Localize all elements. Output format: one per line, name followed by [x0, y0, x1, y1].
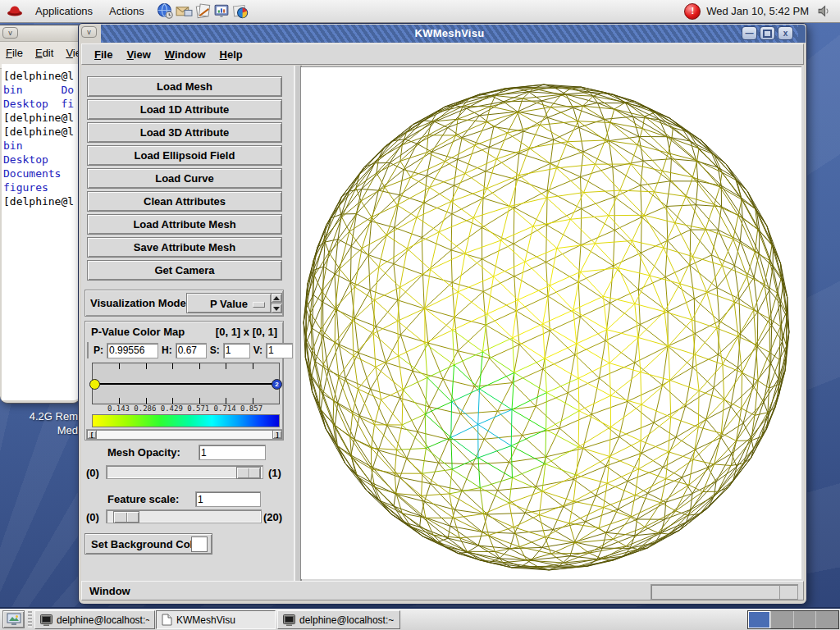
- scrollbar-left-handle[interactable]: [: [87, 430, 97, 439]
- impress-icon[interactable]: [212, 2, 231, 21]
- colormap-frame: P-Value Color Map [0, 1] x [0, 1] P:H:S:…: [84, 321, 284, 441]
- visualization-mode-value: P Value: [210, 298, 248, 310]
- colormap-h-label: H:: [162, 345, 172, 356]
- terminal-output-line: [delphine@l: [3, 111, 80, 125]
- mode-spinner: [271, 293, 282, 313]
- taskbar-handle[interactable]: [28, 611, 32, 628]
- maximize-icon[interactable]: [760, 26, 775, 40]
- sphere-mesh[interactable]: [300, 66, 801, 579]
- taskbar-item-delphine-localhost[interactable]: delphine@localhost:~: [277, 610, 400, 629]
- terminal-output-line: bin Do: [3, 83, 80, 97]
- colormap-node-blue[interactable]: 2: [272, 379, 282, 390]
- colormap-range: [0, 1] x [0, 1]: [216, 326, 277, 338]
- load-ellipsoid-field-button[interactable]: Load Ellipsoid Field: [87, 145, 282, 166]
- app-menu-help[interactable]: Help: [220, 48, 243, 64]
- feature-scale-label: Feature scale:: [107, 493, 179, 505]
- app-menu-window[interactable]: Window: [165, 48, 206, 64]
- terminal-titlebar[interactable]: v: [0, 25, 80, 42]
- taskbar-item-label: delphine@localhost:~: [299, 614, 394, 626]
- titlebar-stripes: KWMeshVisu — x: [101, 25, 798, 43]
- colormap-tick-label: 0.143: [105, 404, 131, 413]
- load-3d-attribute-button[interactable]: Load 3D Attribute: [87, 122, 282, 143]
- colormap-node-yellow[interactable]: [89, 379, 100, 390]
- alert-notification-icon[interactable]: !: [684, 3, 701, 20]
- colormap-plot[interactable]: 2: [92, 363, 280, 404]
- taskbar-item-label: KWMeshVisu: [176, 614, 235, 626]
- terminal-output-line: Desktop fi: [3, 97, 80, 111]
- terminal-icon: [283, 614, 295, 626]
- mini-scrollbar[interactable]: [87, 342, 89, 358]
- feature-slider-handle[interactable]: [113, 511, 139, 523]
- document-icon: [162, 614, 172, 626]
- workspace-2[interactable]: [771, 611, 794, 628]
- load-curve-button[interactable]: Load Curve: [87, 168, 282, 189]
- feature-scale-slider[interactable]: [106, 509, 262, 523]
- app-menu-file[interactable]: File: [94, 48, 112, 64]
- email-icon[interactable]: [175, 2, 194, 21]
- desktop-icon-label: 4.2G Rem Med: [0, 409, 78, 437]
- writer-icon[interactable]: [194, 2, 212, 21]
- workspace-4[interactable]: [816, 611, 838, 628]
- save-attribute-mesh-button[interactable]: Save Attribute Mesh: [87, 237, 282, 258]
- scrollbar-right-handle[interactable]: ]: [272, 430, 282, 439]
- spin-down-icon[interactable]: [271, 304, 282, 313]
- load-1d-attribute-button[interactable]: Load 1D Attribute: [87, 99, 282, 120]
- background-color-swatch[interactable]: [191, 536, 208, 552]
- set-background-color-button[interactable]: Set Background Color: [84, 533, 212, 555]
- opacity-slider-handle[interactable]: [236, 467, 261, 479]
- app-statusbar: Window: [81, 581, 804, 600]
- colormap-fields-row: P:H:S:V:: [87, 341, 280, 359]
- colormap-range-scrollbar[interactable]: [ ]: [86, 429, 283, 440]
- spin-up-icon[interactable]: [271, 293, 282, 303]
- actions-menu[interactable]: Actions: [106, 2, 148, 21]
- app-content: Load MeshLoad 1D AttributeLoad 3D Attrib…: [81, 66, 804, 581]
- colormap-curve-line: [93, 383, 279, 385]
- window-shade-icon[interactable]: v: [2, 27, 18, 39]
- terminal-output[interactable]: [delphine@lbin DoDesktop fi[delphine@l[d…: [2, 64, 80, 400]
- terminal-window: v FileEditView [delphine@lbin DoDesktop …: [0, 25, 80, 404]
- visualization-mode-dropdown[interactable]: P Value: [186, 293, 272, 313]
- feature-scale-entry[interactable]: [195, 491, 261, 507]
- terminal-output-line: figures: [3, 180, 80, 194]
- set-background-color-label: Set Background Color: [91, 538, 203, 550]
- close-icon[interactable]: x: [778, 26, 793, 40]
- web-browser-icon[interactable]: [156, 2, 175, 21]
- show-desktop-icon[interactable]: [2, 610, 25, 628]
- workspace-3[interactable]: [794, 611, 817, 628]
- mesh-opacity-entry[interactable]: [199, 445, 266, 460]
- visualization-mode-label: Visualization Mode:: [90, 297, 189, 309]
- terminal-output-line: [delphine@l: [3, 125, 80, 139]
- colormap-v-entry[interactable]: [266, 343, 293, 358]
- window-title: KWMeshVisu: [101, 27, 798, 39]
- plot-tick-mark: [146, 363, 147, 369]
- colormap-title: P-Value Color Map: [91, 326, 185, 338]
- mesh-opacity-slider[interactable]: [106, 465, 263, 479]
- applications-menu[interactable]: Applications: [32, 2, 96, 21]
- taskbar-item-kwmeshvisu[interactable]: KWMeshVisu: [156, 610, 276, 629]
- opacity-max-label: (1): [268, 467, 281, 479]
- plot-tick-mark: [119, 363, 120, 369]
- titlebar-left-cap: v: [80, 25, 101, 43]
- get-camera-button[interactable]: Get Camera: [87, 260, 282, 281]
- workspace-switcher: [747, 610, 839, 629]
- minimize-icon[interactable]: —: [742, 26, 757, 40]
- app-menu-view[interactable]: View: [126, 48, 150, 64]
- clean-attributes-button[interactable]: Clean Attributes: [87, 191, 282, 212]
- panel-clock[interactable]: Wed Jan 10, 5:42 PM: [706, 5, 809, 17]
- colormap-p-entry[interactable]: [107, 343, 158, 358]
- window-shade-icon[interactable]: v: [81, 26, 97, 38]
- maximize-glyph: [763, 30, 772, 38]
- mesh-viewport[interactable]: [300, 66, 801, 579]
- calc-icon[interactable]: [231, 2, 250, 21]
- load-attribute-mesh-button[interactable]: Load Attribute Mesh: [87, 214, 282, 235]
- colormap-s-entry[interactable]: [223, 343, 250, 358]
- workspace-1[interactable]: [748, 611, 771, 628]
- redhat-menu-icon[interactable]: [5, 2, 24, 21]
- terminal-output-line: [delphine@l: [3, 69, 80, 83]
- taskbar-item-delphine-localhost[interactable]: delphine@localhost:~: [34, 610, 155, 629]
- load-mesh-button[interactable]: Load Mesh: [87, 76, 282, 97]
- colormap-tick-labels: 0.1430.2860.4290.5710.7140.857: [92, 404, 278, 413]
- volume-icon[interactable]: [815, 2, 833, 21]
- colormap-h-entry[interactable]: [176, 343, 207, 358]
- app-titlebar[interactable]: v KWMeshVisu — x: [80, 25, 806, 43]
